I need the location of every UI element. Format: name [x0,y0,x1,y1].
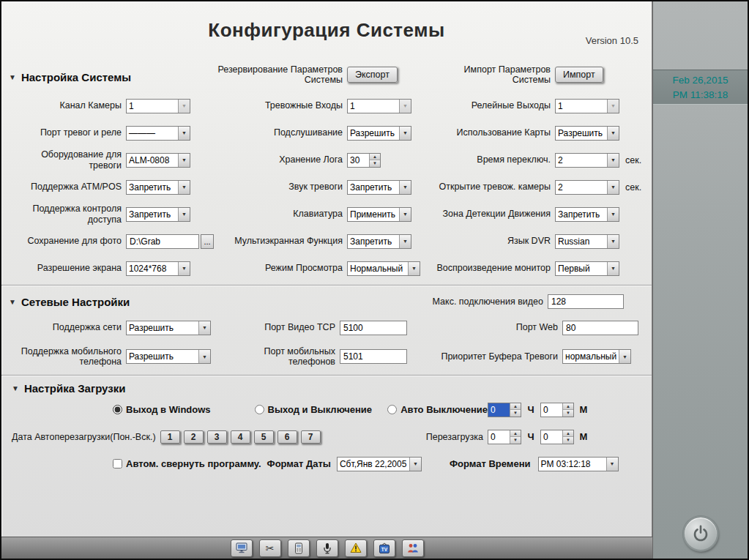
auto-off-radio[interactable] [387,405,397,414]
chevron-down-icon: ▼ [619,350,630,363]
keyboard-label: Клавиатура [208,209,347,219]
power-icon [691,524,710,543]
hours-unit-label: Ч [521,431,540,442]
network-section-header: ▼ Сетевые Настройки [9,296,420,308]
exit-shutdown-option[interactable]: Выход и Выключение [255,404,373,415]
restart-hours-spinner[interactable]: 0 ▲▼ [488,430,521,444]
chevron-down-icon: ▼ [607,235,619,248]
version-label: Version 10.5 [586,35,638,46]
spinner-up-icon[interactable]: ▲ [563,430,573,438]
spinner-down-icon[interactable]: ▼ [510,410,521,417]
spinner-down-icon[interactable]: ▼ [510,437,521,444]
keyboard-select[interactable]: Применить ▼ [347,207,411,222]
clock-panel: Feb 26,2015 PM 11:38:18 [653,70,748,105]
alarm-camera-open-select[interactable]: 2 ▼ [555,180,619,195]
auto-minimize-checkbox[interactable] [113,459,122,468]
relay-outputs-select[interactable]: 1 ▼ [555,99,619,113]
web-port-input[interactable]: 80 [562,321,638,335]
chevron-down-icon: ▼ [399,181,411,194]
reboot-day-button-5[interactable]: 5 [254,430,274,444]
import-button[interactable]: Импорт [555,67,603,83]
alarm-relay-port-select[interactable]: ——— ▼ [126,126,190,141]
toolbar-users-button[interactable] [402,540,424,557]
motion-zone-select[interactable]: Запретить ▼ [555,207,619,222]
toolbar-scissors-button[interactable]: ✂ [259,540,281,557]
export-button[interactable]: Экспорт [347,67,398,83]
alarm-buffer-priority-select[interactable]: нормальный ▼ [562,349,631,364]
playback-monitor-select[interactable]: Первый ▼ [555,261,619,276]
photo-path-input[interactable]: D:\Grab [126,234,199,249]
date-format-select[interactable]: Сбт,Янв 22,2005 ▼ [337,457,422,471]
reboot-day-button-3[interactable]: 3 [207,430,227,444]
mobile-port-input[interactable]: 5101 [340,349,407,364]
dvr-language-label: Язык DVR [428,236,555,246]
toolbar-device-button[interactable] [288,540,310,557]
exit-shutdown-radio[interactable] [255,405,264,414]
spinner-up-icon[interactable]: ▲ [563,403,573,411]
video-tcp-port-input[interactable]: 5100 [340,321,407,335]
multiscreen-label: Мультиэкранная Функция [221,236,347,246]
system-section-header: ▼ Настройка Системы [9,71,208,83]
exit-windows-radio[interactable] [113,405,122,414]
collapse-triangle-icon[interactable]: ▼ [9,298,16,306]
spinner-up-icon[interactable]: ▲ [510,403,521,411]
browse-button[interactable]: ... [201,234,214,249]
camera-channel-select[interactable]: 1 ▼ [126,99,190,113]
log-storage-spinner[interactable]: 30 ▲▼ [347,153,381,168]
restart-minutes-spinner[interactable]: 0 ▲▼ [540,430,574,444]
access-control-select[interactable]: Запретить ▼ [126,207,190,222]
switch-time-select[interactable]: 2 ▼ [555,153,619,168]
collapse-triangle-icon[interactable]: ▼ [12,384,19,392]
chevron-down-icon: ▼ [607,262,619,275]
toolbar-microphone-button[interactable] [316,540,338,557]
spinner-down-icon[interactable]: ▼ [370,160,380,167]
mobile-support-select[interactable]: Разрешить ▼ [126,349,211,364]
dvr-language-select[interactable]: Russian ▼ [555,234,619,249]
reboot-day-button-6[interactable]: 6 [277,430,297,444]
eavesdropping-select[interactable]: Разрешить ▼ [347,126,411,141]
multiscreen-select[interactable]: Запретить ▼ [347,234,411,249]
auto-off-minutes-spinner[interactable]: 0 ▲▼ [540,403,574,417]
web-port-label: Порт Web [428,322,562,332]
scissors-icon: ✂ [266,543,275,553]
reboot-day-button-2[interactable]: 2 [184,430,204,444]
spinner-up-icon[interactable]: ▲ [370,154,380,161]
auto-off-hours-spinner[interactable]: 0 ▲▼ [488,403,521,417]
exit-windows-label: Выход в Windows [126,404,211,415]
alarm-equipment-select[interactable]: ALM-0808 ▼ [126,153,190,168]
page-title: Конфигурация Системы [1,1,652,42]
toolbar-monitor-button[interactable] [231,540,253,557]
max-video-connections-label: Макс. подключения видео [420,296,548,307]
view-mode-select[interactable]: Нормальный ▼ [347,261,420,276]
spinner-down-icon[interactable]: ▼ [563,410,573,417]
atm-pos-select[interactable]: Запретить ▼ [126,180,190,195]
time-format-select[interactable]: PM 03:12:18 ▼ [538,457,619,471]
alarm-camera-open-unit: сек. [625,182,641,193]
reboot-day-button-1[interactable]: 1 [160,430,180,444]
toolbar-tv-button[interactable]: TV [373,540,395,557]
motion-zone-label: Зона Детекции Движения [428,209,555,219]
card-usage-select[interactable]: Разрешить ▼ [555,126,619,141]
max-video-connections-input[interactable]: 128 [548,294,624,309]
collapse-triangle-icon[interactable]: ▼ [9,73,16,81]
access-control-label: Поддержка контроля доступа [9,204,126,225]
auto-off-option[interactable]: Авто Выключение [387,404,488,415]
reboot-day-button-7[interactable]: 7 [301,430,321,444]
alarm-sound-select[interactable]: Запретить ▼ [347,180,411,195]
spinner-down-icon[interactable]: ▼ [563,437,573,444]
reboot-day-button-4[interactable]: 4 [231,430,250,444]
card-usage-label: Использование Карты [428,127,555,138]
alarm-inputs-select[interactable]: 1 ▼ [347,99,411,113]
backup-params-label: Резервирование Параметров Системы [208,64,347,86]
import-params-label: Импорт Параметров Системы [428,64,555,86]
power-button[interactable] [683,516,718,551]
network-support-select[interactable]: Разрешить ▼ [126,321,211,335]
screen-resolution-label: Разрешение экрана [9,263,126,273]
time-display: PM 11:38:18 [653,89,748,100]
spinner-up-icon[interactable]: ▲ [510,430,521,438]
exit-windows-option[interactable]: Выход в Windows [113,404,211,415]
boot-section-title: Настрйка Загрузки [24,382,126,395]
screen-resolution-select[interactable]: 1024*768 ▼ [126,261,190,276]
photo-path-label: Сохранение для фото [9,236,126,246]
toolbar-warning-button[interactable] [345,540,367,557]
